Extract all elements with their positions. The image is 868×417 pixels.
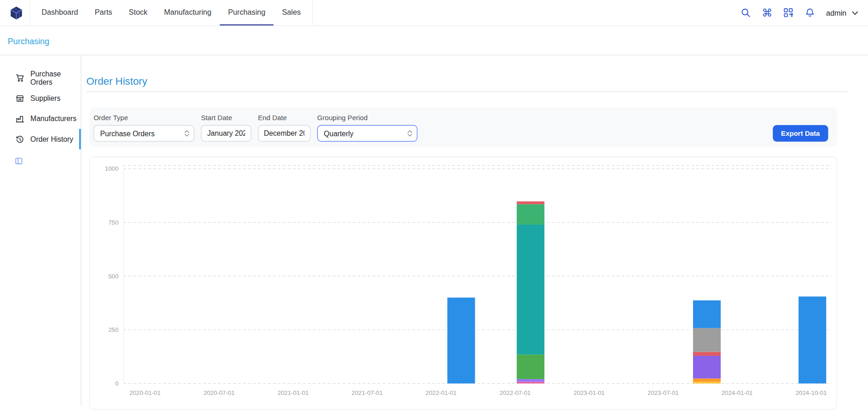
- svg-text:2023-07-01: 2023-07-01: [647, 389, 679, 396]
- svg-text:750: 750: [108, 219, 118, 226]
- notifications-bell-icon[interactable]: [804, 7, 816, 18]
- grouping-period-value: Quarterly: [324, 129, 353, 138]
- content-area: Order History Order Type Purchase Orders: [82, 55, 868, 409]
- filter-order-type: Order Type Purchase Orders: [93, 114, 194, 142]
- svg-text:2020-01-01: 2020-01-01: [129, 389, 161, 396]
- page-title: Order History: [87, 75, 848, 87]
- svg-text:2022-07-01: 2022-07-01: [500, 389, 531, 396]
- end-date-input[interactable]: [258, 125, 310, 142]
- order-type-label: Order Type: [93, 114, 194, 122]
- select-chevrons-icon: [184, 130, 189, 137]
- filter-end-date: End Date: [258, 114, 310, 142]
- sidebar-item-suppliers[interactable]: Suppliers: [0, 88, 81, 108]
- svg-text:2021-01-01: 2021-01-01: [278, 389, 309, 396]
- sidebar-item-manufacturers[interactable]: Manufacturers: [0, 109, 81, 129]
- nav-tab-purchasing[interactable]: Purchasing: [220, 0, 274, 25]
- end-date-label: End Date: [258, 114, 310, 122]
- breadcrumb: Purchasing: [0, 26, 868, 56]
- filter-start-date: Start Date: [201, 114, 251, 142]
- svg-text:2024-10-01: 2024-10-01: [796, 389, 827, 396]
- factory-icon: [16, 114, 24, 123]
- nav-tab-stock[interactable]: Stock: [121, 0, 156, 25]
- nav-tab-dashboard[interactable]: Dashboard: [33, 0, 86, 25]
- sidebar-item-purchase-orders[interactable]: Purchase Orders: [0, 68, 81, 88]
- grouping-period-label: Grouping Period: [317, 114, 418, 122]
- svg-text:500: 500: [108, 273, 118, 280]
- svg-text:0: 0: [115, 380, 118, 387]
- grouping-period-select[interactable]: Quarterly: [317, 125, 418, 142]
- order-type-value: Purchase Orders: [100, 129, 155, 138]
- main-layout: Purchase Orders Suppliers: [0, 55, 868, 409]
- sidebar-item-order-history[interactable]: Order History: [0, 129, 81, 149]
- filter-panel: Order Type Purchase Orders Start Date En…: [89, 107, 837, 146]
- export-data-button[interactable]: Export Data: [773, 125, 828, 142]
- svg-text:250: 250: [108, 326, 118, 333]
- sidebar-collapse-icon[interactable]: [15, 157, 23, 165]
- nav-tab-parts[interactable]: Parts: [87, 0, 121, 25]
- username: admin: [826, 9, 846, 17]
- main-nav: Dashboard Parts Stock Manufacturing Purc…: [29, 0, 313, 25]
- sidebar: Purchase Orders Suppliers: [0, 55, 82, 406]
- navbar-actions: ⌘ admin: [740, 0, 859, 25]
- svg-text:2023-01-01: 2023-01-01: [574, 389, 605, 396]
- svg-text:2020-07-01: 2020-07-01: [204, 389, 235, 396]
- chevron-down-icon: [851, 9, 859, 17]
- sidebar-item-label: Manufacturers: [30, 115, 76, 123]
- sidebar-item-label: Purchase Orders: [30, 70, 81, 86]
- shopping-cart-icon: [16, 73, 24, 82]
- storefront-icon: [16, 94, 24, 103]
- svg-text:2024-01-01: 2024-01-01: [722, 389, 753, 396]
- svg-text:2021-07-01: 2021-07-01: [351, 389, 383, 396]
- hexagon-box-logo-icon: [9, 5, 23, 20]
- start-date-label: Start Date: [201, 114, 251, 122]
- nav-tab-manufacturing[interactable]: Manufacturing: [156, 0, 220, 25]
- svg-text:1000: 1000: [105, 165, 118, 172]
- order-type-select[interactable]: Purchase Orders: [93, 125, 194, 142]
- select-chevrons-icon: [408, 130, 413, 137]
- search-icon[interactable]: [740, 7, 751, 18]
- app-root: Dashboard Parts Stock Manufacturing Purc…: [0, 0, 868, 417]
- chart-card: 025050075010002020-01-012020-07-012021-0…: [89, 156, 837, 409]
- title-divider: [87, 91, 848, 92]
- qr-scan-icon[interactable]: [783, 7, 794, 18]
- start-date-input[interactable]: [201, 125, 251, 142]
- top-navbar: Dashboard Parts Stock Manufacturing Purc…: [0, 0, 868, 26]
- order-history-chart: 025050075010002020-01-012020-07-012021-0…: [90, 157, 837, 409]
- app-logo[interactable]: [9, 0, 23, 25]
- breadcrumb-purchasing[interactable]: Purchasing: [8, 36, 49, 46]
- sidebar-item-label: Suppliers: [30, 94, 60, 102]
- user-menu[interactable]: admin: [826, 9, 859, 17]
- sidebar-item-label: Order History: [30, 135, 73, 143]
- history-clock-icon: [16, 135, 24, 144]
- command-glyph: ⌘: [762, 7, 772, 18]
- nav-tab-sales[interactable]: Sales: [274, 0, 309, 25]
- command-icon[interactable]: ⌘: [762, 7, 772, 18]
- filter-grouping-period: Grouping Period Quarterly: [317, 114, 418, 142]
- svg-text:2022-01-01: 2022-01-01: [425, 389, 457, 396]
